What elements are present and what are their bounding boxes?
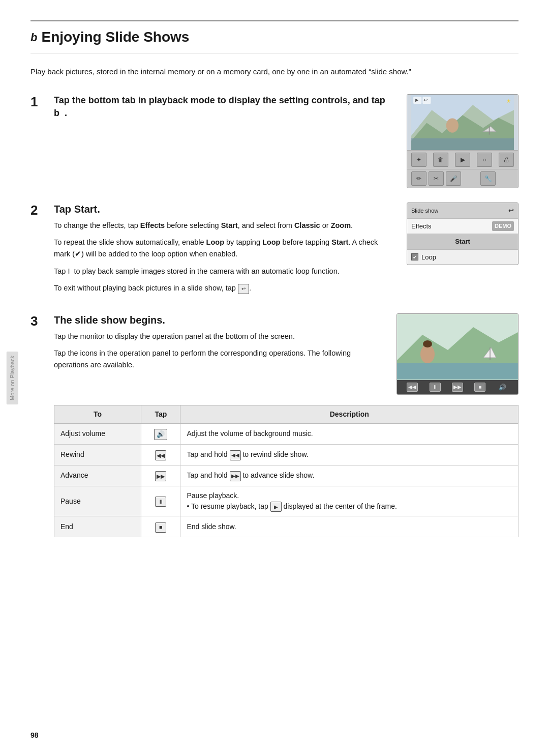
row-end-label: End — [54, 516, 141, 537]
camera-icon-8: 🎤 — [446, 171, 461, 186]
step-2-number: 2 — [30, 202, 49, 299]
row-adjust-volume-icon: 🔊 — [141, 423, 180, 444]
step-2-body: To change the effects, tap Effects befor… — [54, 220, 394, 294]
stop-button[interactable]: ■ — [474, 383, 485, 392]
step-3-heading: The slide show begins. — [54, 313, 384, 327]
slideshow-start-row: Start — [407, 234, 518, 250]
row-pause-desc: Pause playback. • To resume playback, ta… — [180, 486, 518, 516]
slideshow-playing-display — [397, 314, 518, 380]
intro-paragraph: Play back pictures, stored in the intern… — [30, 66, 518, 78]
step-1: 1 Tap the bottom tab in playback mode to… — [30, 94, 518, 188]
step-1-heading: Tap the bottom tab in playback mode to d… — [54, 94, 394, 120]
slideshow-menu-header: Slide show ↩ — [407, 203, 518, 219]
camera-scene-svg: ★ ↩ — [407, 95, 518, 150]
slideshow-playing-mockup: ◀◀ ⏸ ▶▶ ■ 🔊 — [396, 313, 518, 395]
col-tap: Tap — [141, 405, 180, 423]
step-3-content: The slide show begins. Tap the monitor t… — [54, 313, 518, 538]
slideshow-scene-svg — [397, 314, 518, 380]
row-adjust-volume-desc: Adjust the volume of background music. — [180, 423, 518, 444]
step-2-content: Tap Start. To change the effects, tap Ef… — [54, 202, 518, 299]
row-end-desc: End slide show. — [180, 516, 518, 537]
pause-desc-line1: Pause playback. — [187, 491, 239, 500]
step-2-image: Slide show ↩ Effects DEMO Start ✔ Loop — [407, 202, 518, 265]
page-header: b Enjoying Slide Shows — [30, 20, 518, 53]
slideshow-menu-mockup: Slide show ↩ Effects DEMO Start ✔ Loop — [407, 202, 518, 265]
camera-icons-row-2: ✏ ✂ 🎤 🔧 — [407, 169, 518, 188]
effects-label: Effects — [411, 221, 492, 231]
volume-button[interactable]: 🔊 — [497, 383, 508, 392]
page-title: Enjoying Slide Shows — [41, 26, 189, 48]
step-2-heading: Tap Start. — [54, 202, 394, 216]
camera-icon-4: ○ — [477, 153, 492, 167]
step-1-image: ★ ↩ ✦ 🗑 ▶ ○ — [407, 94, 518, 188]
camera-icons-row-1: ✦ 🗑 ▶ ○ 🖨 — [407, 151, 518, 169]
svg-rect-14 — [397, 363, 518, 380]
sidebar-label: More on Playback — [7, 352, 18, 404]
advance-icon: ▶▶ — [155, 471, 166, 481]
step-2-para4: To exit without playing back pictures in… — [54, 282, 394, 294]
camera-screen-display: ★ ↩ — [407, 95, 518, 151]
col-to: To — [54, 405, 141, 423]
step-2-para1: To change the effects, tap Effects befor… — [54, 220, 394, 231]
camera-icon-3: ▶ — [455, 153, 470, 167]
exit-icon: ↩ — [238, 284, 249, 294]
row-rewind-label: Rewind — [54, 444, 141, 465]
rewind-icon: ◀◀ — [155, 450, 166, 460]
stop-icon: ■ — [155, 522, 166, 533]
pause-icon: ⏸ — [155, 497, 166, 507]
step-3-body: Tap the monitor to display the operation… — [54, 331, 384, 371]
loop-label: Loop — [421, 252, 436, 263]
page-number: 98 — [30, 730, 39, 741]
slideshow-effects-row: Effects DEMO — [407, 219, 518, 235]
rewind-icon-inline: ◀◀ — [230, 450, 241, 460]
playback-controls: ◀◀ ⏸ ▶▶ ■ 🔊 — [397, 380, 518, 394]
table-row: Adjust volume 🔊 Adjust the volume of bac… — [54, 423, 518, 444]
camera-icon-5: 🖨 — [499, 153, 514, 167]
row-advance-desc: Tap and hold ▶▶ to advance slide show. — [180, 465, 518, 486]
step-1-number: 1 — [30, 94, 49, 188]
row-rewind-icon: ◀◀ — [141, 444, 180, 465]
table-header-row: To Tap Description — [54, 405, 518, 423]
row-end-icon: ■ — [141, 516, 180, 537]
operations-table: To Tap Description Adjust volume 🔊 Adjus… — [54, 405, 518, 538]
advance-icon-inline: ▶▶ — [230, 471, 241, 481]
camera-icon-7: ✂ — [429, 171, 444, 186]
camera-screen-mockup: ★ ↩ ✦ 🗑 ▶ ○ — [407, 94, 518, 188]
step-2-para2: To repeat the slide show automatically, … — [54, 237, 394, 260]
row-advance-icon: ▶▶ — [141, 465, 180, 486]
table-body: Adjust volume 🔊 Adjust the volume of bac… — [54, 423, 518, 537]
row-pause-icon: ⏸ — [141, 486, 180, 516]
table-row: Advance ▶▶ Tap and hold ▶▶ to advance sl… — [54, 465, 518, 486]
step-3-para2: Tap the icons in the operation panel to … — [54, 347, 384, 371]
table-row: Pause ⏸ Pause playback. • To resume play… — [54, 486, 518, 516]
pause-button[interactable]: ⏸ — [430, 383, 441, 392]
svg-rect-3 — [411, 138, 514, 150]
row-adjust-volume-label: Adjust volume — [54, 423, 141, 444]
camera-icon-10: 🔧 — [480, 171, 496, 186]
advance-button[interactable]: ▶▶ — [452, 383, 463, 392]
pause-desc-bullet: To resume playback, tap ▶ displayed at t… — [191, 502, 397, 510]
volume-icon: 🔊 — [154, 429, 167, 440]
step-3-number: 3 — [30, 313, 49, 538]
camera-icon-6: ✏ — [411, 171, 426, 186]
slideshow-title: Slide show — [411, 207, 438, 215]
loop-checkbox: ✔ — [411, 253, 418, 260]
camera-icon-9 — [463, 171, 478, 186]
row-pause-label: Pause — [54, 486, 141, 516]
row-rewind-desc: Tap and hold ◀◀ to rewind slide show. — [180, 444, 518, 465]
slideshow-loop-row: ✔ Loop — [407, 250, 518, 265]
step-3-para1: Tap the monitor to display the operation… — [54, 331, 384, 342]
step-1-content: Tap the bottom tab in playback mode to d… — [54, 94, 518, 188]
step-2-para3: Tap I to play back sample images stored … — [54, 266, 394, 277]
svg-point-19 — [423, 340, 432, 347]
header-icon: b — [30, 29, 37, 46]
start-label: Start — [455, 238, 470, 245]
rewind-button[interactable]: ◀◀ — [407, 383, 418, 392]
back-icon: ↩ — [508, 206, 514, 216]
step-2: 2 Tap Start. To change the effects, tap … — [30, 202, 518, 299]
table-header: To Tap Description — [54, 405, 518, 423]
step-2-heading-bold: Start. — [74, 203, 100, 215]
svg-text:↩: ↩ — [423, 97, 428, 103]
camera-icon-2: 🗑 — [433, 153, 448, 167]
svg-text:★: ★ — [506, 98, 511, 104]
